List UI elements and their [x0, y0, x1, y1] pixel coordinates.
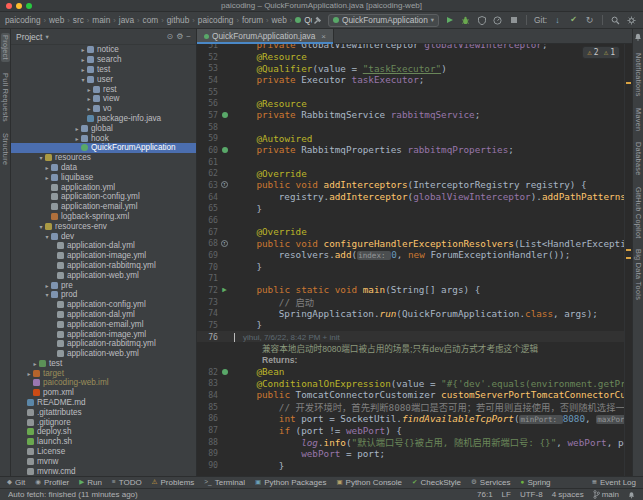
tree-item-application-rabbitmq-yml[interactable]: application-rabbitmq.yml [11, 261, 196, 271]
expand-arrow-icon[interactable]: ▸ [79, 56, 87, 63]
breadcrumb-src[interactable]: src [73, 15, 84, 25]
tool-window-button-problems[interactable]: ⚠Problems [152, 478, 195, 487]
tool-window-button-project[interactable]: Project [1, 33, 10, 62]
inspections-widget[interactable]: ⚠2⚠1 [582, 46, 620, 59]
tool-window-button-structure[interactable]: Structure [1, 133, 10, 165]
hide-panel-icon[interactable]: − [186, 33, 191, 41]
code-line-69[interactable]: 69 resolvers.add(index: 0, new ForumExce… [197, 249, 624, 261]
tool-window-button-run[interactable]: ▶Run [79, 478, 102, 487]
breadcrumb-web[interactable]: web [49, 15, 64, 25]
tree-item-application-config-yml[interactable]: application-config.yml [11, 300, 196, 310]
collapse-arrow-icon[interactable]: ▾ [37, 154, 45, 161]
tree-item-global[interactable]: ▸global [11, 123, 196, 133]
breadcrumb-paicoding[interactable]: paicoding [5, 15, 41, 25]
tool-window-button-profiler[interactable]: ◉Profiler [35, 478, 69, 487]
tree-item-hook[interactable]: ▸hook [11, 133, 196, 143]
tree-item-notice[interactable]: ▸notice [11, 45, 196, 55]
update-project-button[interactable]: ↓ [552, 15, 563, 26]
notifications-bell-icon[interactable] [634, 33, 642, 41]
tree-item-rest[interactable]: ▸rest [11, 84, 196, 94]
override-gutter-icon[interactable]: ↑ [221, 181, 228, 188]
tree-item-mvnw[interactable]: mvnw [11, 456, 196, 466]
history-button[interactable]: ↻ [584, 15, 595, 26]
tree-item-pre[interactable]: ▸pre [11, 280, 196, 290]
expand-arrow-icon[interactable]: ▸ [43, 164, 51, 171]
editor-scrollbar[interactable] [624, 44, 632, 476]
code-line-70[interactable]: 70 } [197, 261, 624, 273]
panel-settings-gear-icon[interactable]: ⚙ [176, 33, 183, 41]
code-line-88[interactable]: 88 log.info("默认端口号{}被占用, 随机启用新端口号: {}", … [197, 436, 624, 448]
tree-item-application-yml[interactable]: application.yml [11, 182, 196, 192]
tree-item-application-dal-yml[interactable]: application-dal.yml [11, 310, 196, 320]
tool-window-button-event-log[interactable]: ≣Event Log [592, 478, 636, 487]
tree-item-application-web-yml[interactable]: application-web.yml [11, 270, 196, 280]
zoom-window-button[interactable] [26, 3, 32, 9]
stop-button[interactable] [508, 15, 519, 26]
code-line-67[interactable]: 67 @Override [197, 226, 624, 238]
run-configuration-select[interactable]: QuickForumApplication ▾ [328, 14, 439, 27]
code-line-82[interactable]: 82 @Bean [197, 366, 624, 378]
project-panel-title[interactable]: Project [16, 32, 42, 42]
tree-item-vo[interactable]: ▸vo [11, 104, 196, 114]
code-line-89[interactable]: 89 webPort = port; [197, 448, 624, 460]
editor-tab[interactable]: QuickForumApplication.java × [197, 29, 334, 43]
tool-window-button-terminal[interactable]: >_Terminal [204, 478, 245, 487]
tree-item-test[interactable]: ▸test [11, 65, 196, 75]
tree-item-resources[interactable]: ▾resources [11, 153, 196, 163]
tool-window-button-checkstyle[interactable]: ✔CheckStyle [412, 478, 461, 487]
minimize-window-button[interactable] [16, 3, 22, 9]
close-tab-icon[interactable]: × [321, 32, 326, 41]
expand-arrow-icon[interactable]: ▸ [85, 86, 93, 93]
run-button[interactable] [444, 15, 455, 26]
code-line-53[interactable]: 53 @Qualifier(value = "taskExecutor") [197, 62, 624, 74]
breadcrumb-web[interactable]: web [272, 15, 287, 25]
code-line-85[interactable]: 85 // 开发环境时，首先判断8080端口是否可用；若可用则直接使用，否则随机… [197, 401, 624, 413]
tree-item-gitignore[interactable]: .gitignore [11, 417, 196, 427]
weak-inspection-chip[interactable]: ⚠1 [604, 48, 615, 57]
expand-arrow-icon[interactable]: ▸ [79, 46, 87, 53]
tree-item-liquibase[interactable]: ▸liquibase [11, 172, 196, 182]
code-line-74[interactable]: 74 SpringApplication.run(QuickForumAppli… [197, 307, 624, 319]
warning-inspection-chip[interactable]: ⚠2 [587, 48, 598, 57]
profiler-gauge-icon[interactable] [492, 15, 503, 26]
chevron-down-icon[interactable]: ▾ [45, 33, 48, 41]
tree-item-application-config-yml[interactable]: application-config.yml [11, 192, 196, 202]
expand-arrow-icon[interactable]: ▸ [43, 174, 51, 181]
run-gutter-icon[interactable]: ▶ [222, 286, 227, 294]
tree-item-deploy-sh[interactable]: deploy.sh [11, 427, 196, 437]
tree-item-pom-xml[interactable]: pom.xml [11, 388, 196, 398]
tree-item-logback-spring-xml[interactable]: logback-spring.xml [11, 212, 196, 222]
collapse-arrow-icon[interactable]: ▾ [43, 291, 51, 298]
breadcrumb-forum[interactable]: forum [242, 15, 263, 25]
warning-stripe-mark[interactable] [626, 249, 631, 251]
tree-item-application-image-yml[interactable]: application-image.yml [11, 251, 196, 261]
tree-item-target[interactable]: ▸target [11, 368, 196, 378]
bean-gutter-icon[interactable] [222, 112, 228, 118]
code-line-68[interactable]: 68↑ public void configureHandlerExceptio… [197, 237, 624, 249]
code-line-57[interactable]: 57 private RabbitmqService rabbitmqServi… [197, 109, 624, 121]
tool-window-button-python-console[interactable]: ▣Python Console [336, 478, 402, 487]
tool-window-button-python-packages[interactable]: ▣Python Packages [255, 478, 326, 487]
collapse-arrow-icon[interactable]: ▾ [37, 223, 45, 230]
bean-gutter-icon[interactable] [222, 369, 228, 375]
code-line-62[interactable]: 62 @Override [197, 167, 624, 179]
breadcrumb-github[interactable]: github [167, 15, 190, 25]
tool-window-button-big-data-tools[interactable]: Big Data Tools [634, 249, 643, 300]
tree-item-gitattributes[interactable]: .gitattributes [11, 407, 196, 417]
breadcrumb-paicoding[interactable]: paicoding [198, 15, 234, 25]
line-ending-indicator[interactable]: LF [502, 490, 511, 499]
code-editor[interactable]: ⚠2⚠1 51 private GlobalViewInterceptor gl… [197, 44, 632, 476]
expand-arrow-icon[interactable]: ▸ [73, 125, 81, 132]
code-line-61[interactable]: 61 [197, 156, 624, 168]
tree-item-readme-md[interactable]: README.md [11, 398, 196, 408]
tree-item-quickforumapplication[interactable]: QuickForumApplication [11, 143, 196, 153]
tree-item-test[interactable]: ▸test [11, 359, 196, 369]
indent-indicator[interactable]: 4 spaces [552, 490, 584, 499]
code-line-60[interactable]: 60 private RabbitmqProperties rabbitmqPr… [197, 144, 624, 156]
debug-bug-icon[interactable] [460, 15, 471, 26]
tree-item-paicoding-web-iml[interactable]: paicoding-web.iml [11, 378, 196, 388]
tree-item-prod[interactable]: ▾prod [11, 290, 196, 300]
code-line-90[interactable]: 90 } [197, 459, 624, 471]
code-line-64[interactable]: 64 registry.addInterceptor(globalViewInt… [197, 191, 624, 203]
tree-item-launch-sh[interactable]: launch.sh [11, 437, 196, 447]
